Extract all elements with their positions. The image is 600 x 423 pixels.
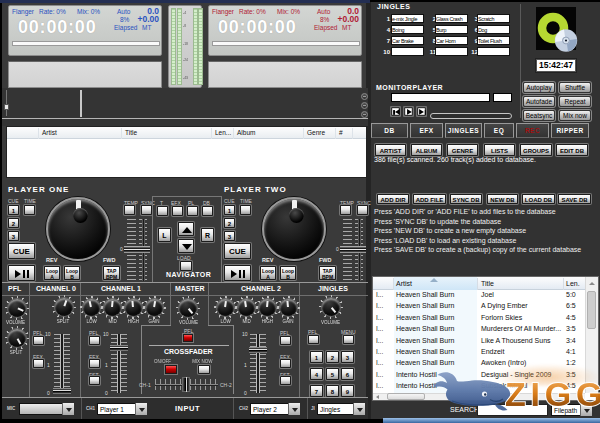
svg-text:ZIGG: ZIGG (505, 375, 600, 413)
